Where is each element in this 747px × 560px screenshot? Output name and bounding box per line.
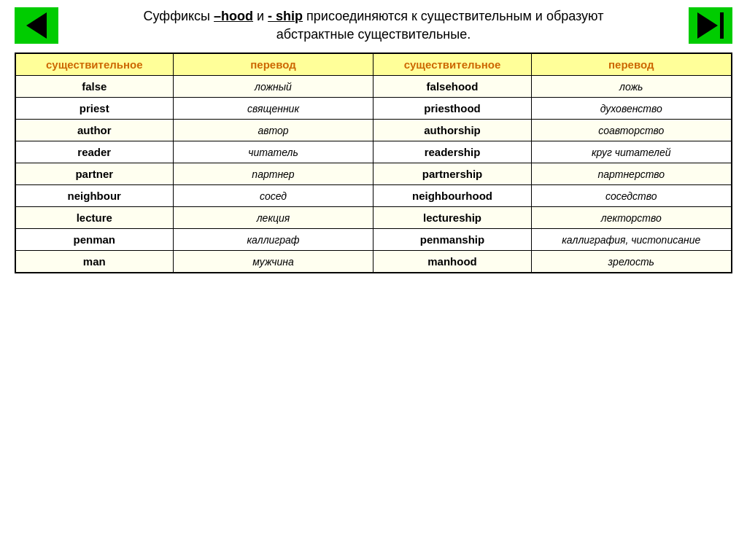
derived-word-cell: falsehood (374, 76, 531, 98)
table-header-row: существительное перевод существительное … (15, 53, 732, 76)
derived-translation-cell: каллиграфия, чистописание (531, 229, 732, 251)
derived-translation-cell: соавторство (531, 120, 732, 141)
derived-word-cell: partnership (374, 163, 531, 185)
translation-cell: партнер (173, 163, 374, 185)
derived-translation-cell: духовенство (531, 98, 732, 120)
table-row: neighbourсоседneighbourhoodсоседство (15, 185, 732, 207)
translation-cell: лекция (173, 207, 374, 229)
title-suffix1: –hood (214, 9, 253, 23)
title-prefix: Суффиксы (144, 9, 214, 23)
derived-word-cell: readership (374, 141, 531, 163)
table-row: lectureлекцияlectureshipлекторство (15, 207, 732, 229)
translation-cell: священник (173, 98, 374, 120)
derived-word-cell: manhood (374, 251, 531, 273)
nav-forward-button[interactable] (689, 7, 732, 44)
translation-cell: автор (173, 120, 374, 141)
translation-cell: сосед (173, 185, 374, 207)
arrow-left-icon (26, 12, 47, 39)
word-cell: partner (15, 163, 173, 185)
word-cell: lecture (15, 207, 173, 229)
table-row: priestсвященникpriesthoodдуховенство (15, 98, 732, 120)
table-row: readerчитательreadershipкруг читателей (15, 141, 732, 163)
vocabulary-table: существительное перевод существительное … (15, 52, 732, 273)
col-header-noun1: существительное (15, 53, 173, 76)
arrow-right-icon (697, 12, 724, 39)
translation-cell: читатель (173, 141, 374, 163)
translation-cell: мужчина (173, 251, 374, 273)
word-cell: reader (15, 141, 173, 163)
derived-word-cell: lectureship (374, 207, 531, 229)
translation-cell: каллиграф (173, 229, 374, 251)
col-header-trans1: перевод (173, 53, 374, 76)
word-cell: false (15, 76, 173, 98)
title-and: и (253, 9, 268, 23)
derived-translation-cell: соседство (531, 185, 732, 207)
table-row: falseложныйfalsehoodложь (15, 76, 732, 98)
col-header-noun2: существительное (374, 53, 531, 76)
header-area: Суффиксы –hood и - ship присоединяются к… (15, 7, 732, 44)
derived-word-cell: neighbourhood (374, 185, 531, 207)
nav-back-button[interactable] (15, 7, 58, 44)
table-row: partnerпартнерpartnershipпартнерство (15, 163, 732, 185)
title-suffix2: - ship (268, 9, 303, 23)
word-cell: neighbour (15, 185, 173, 207)
table-row: manмужчинаmanhoodзрелость (15, 251, 732, 273)
title-rest: присоединяются к существительным и образ… (276, 9, 604, 42)
table-row: penmanкаллиграфpenmanshipкаллиграфия, чи… (15, 229, 732, 251)
word-cell: priest (15, 98, 173, 120)
derived-word-cell: priesthood (374, 98, 531, 120)
derived-translation-cell: зрелость (531, 251, 732, 273)
slide-title: Суффиксы –hood и - ship присоединяются к… (118, 7, 629, 44)
table-row: authorавторauthorshipсоавторство (15, 120, 732, 141)
derived-translation-cell: круг читателей (531, 141, 732, 163)
word-cell: man (15, 251, 173, 273)
derived-translation-cell: ложь (531, 76, 732, 98)
derived-word-cell: authorship (374, 120, 531, 141)
derived-translation-cell: партнерство (531, 163, 732, 185)
translation-cell: ложный (173, 76, 374, 98)
derived-word-cell: penmanship (374, 229, 531, 251)
word-cell: author (15, 120, 173, 141)
col-header-trans2: перевод (531, 53, 732, 76)
word-cell: penman (15, 229, 173, 251)
derived-translation-cell: лекторство (531, 207, 732, 229)
